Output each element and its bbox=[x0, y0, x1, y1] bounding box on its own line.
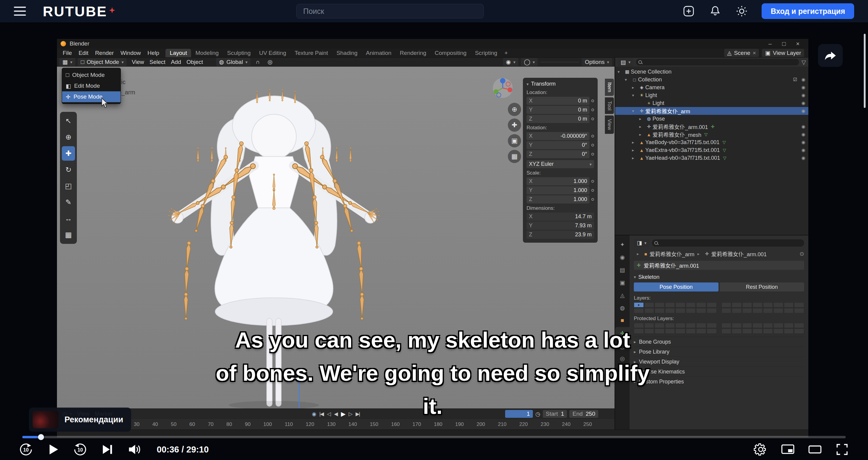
mini-player-icon[interactable] bbox=[780, 441, 796, 457]
menu-item[interactable]: Render bbox=[92, 50, 117, 56]
notifications-bell-icon[interactable] bbox=[709, 4, 722, 18]
visibility-eye-icon[interactable]: ◉ bbox=[801, 93, 805, 98]
workspace-tab[interactable]: Texture Paint bbox=[290, 49, 332, 57]
outliner-search[interactable] bbox=[636, 59, 799, 65]
outliner-row[interactable]: Camera ☑ ◉ bbox=[615, 84, 808, 91]
forward-10-button[interactable]: 10 bbox=[72, 441, 88, 457]
properties-tab[interactable] bbox=[615, 264, 629, 276]
tool-button[interactable] bbox=[62, 114, 75, 128]
layer-toggle-cell[interactable] bbox=[686, 302, 696, 307]
proportional-edit-icon[interactable]: ◎ bbox=[265, 59, 276, 65]
editor-type-button[interactable]: ▦▾ bbox=[59, 58, 75, 66]
outliner-row[interactable]: 爱莉希雅女仆_arm ☑ ◉ bbox=[615, 107, 808, 115]
login-button[interactable]: Вход и регистрация bbox=[762, 3, 854, 19]
expand-arrow-icon[interactable] bbox=[625, 77, 631, 82]
rewind-10-button[interactable]: 10 bbox=[18, 441, 34, 457]
fullscreen-icon[interactable] bbox=[834, 441, 850, 457]
value-field[interactable]: Z23.9 m bbox=[527, 231, 594, 239]
layer-toggle-cell[interactable] bbox=[784, 329, 794, 334]
properties-tab[interactable] bbox=[615, 314, 629, 327]
layer-toggle-cell[interactable] bbox=[675, 308, 685, 313]
theater-mode-icon[interactable] bbox=[807, 441, 823, 457]
layer-toggle-cell[interactable] bbox=[752, 323, 763, 328]
scene-selector[interactable]: ◬ Scene × bbox=[724, 49, 759, 57]
transport-button[interactable] bbox=[349, 411, 352, 417]
collapsed-section-header[interactable]: Pose Library bbox=[634, 347, 804, 357]
visibility-eye-icon[interactable]: ◉ bbox=[801, 108, 805, 114]
layer-toggle-cell[interactable] bbox=[634, 302, 644, 307]
layer-group[interactable] bbox=[721, 302, 804, 313]
layer-toggle-cell[interactable] bbox=[655, 308, 664, 313]
viewport-menu-item[interactable]: Object bbox=[184, 59, 206, 65]
layer-toggle-cell[interactable] bbox=[665, 323, 675, 328]
tool-button[interactable] bbox=[62, 227, 75, 242]
recommendations-button[interactable]: Рекомендации bbox=[29, 407, 131, 432]
search-input[interactable] bbox=[303, 7, 477, 16]
layer-toggle-cell[interactable] bbox=[732, 308, 742, 313]
visibility-eye-icon[interactable]: ◉ bbox=[801, 77, 805, 82]
viewport-nav-button[interactable] bbox=[508, 103, 521, 116]
layer-toggle-cell[interactable] bbox=[763, 308, 773, 313]
outliner-row[interactable]: Pose ☑ ◉ bbox=[615, 115, 808, 123]
visibility-eye-icon[interactable]: ◉ bbox=[801, 147, 805, 153]
layer-toggle-cell[interactable] bbox=[742, 329, 752, 334]
layer-toggle-cell[interactable] bbox=[696, 323, 706, 328]
outliner-row[interactable]: Collection ☑ ◉ bbox=[615, 76, 808, 84]
outliner-editor-type-button[interactable]: ▤▾ bbox=[618, 58, 633, 66]
add-workspace-button[interactable]: + bbox=[501, 50, 511, 56]
expand-arrow-icon[interactable] bbox=[632, 140, 638, 145]
pose-position-button[interactable]: Pose Position bbox=[634, 282, 718, 292]
workspace-tab[interactable]: Animation bbox=[362, 49, 396, 57]
skeleton-section-header[interactable]: Skeleton bbox=[634, 272, 804, 282]
properties-tab[interactable] bbox=[615, 302, 629, 314]
expand-arrow-icon[interactable] bbox=[639, 132, 645, 137]
expand-arrow-icon[interactable] bbox=[639, 116, 645, 121]
outliner-row[interactable]: Light ☑ ◉ bbox=[615, 91, 808, 99]
value-field[interactable]: X14.7 m bbox=[527, 213, 594, 221]
layer-toggle-cell[interactable] bbox=[707, 329, 717, 334]
layer-toggle-cell[interactable] bbox=[644, 302, 654, 307]
collection-checkbox[interactable]: ☑ bbox=[793, 77, 797, 82]
mode-menu-item[interactable]: Edit Mode bbox=[62, 81, 121, 91]
menu-item[interactable]: Edit bbox=[75, 50, 92, 56]
layer-toggle-cell[interactable] bbox=[721, 329, 732, 334]
show-overlays-dropdown[interactable]: ◉▾ bbox=[503, 58, 519, 66]
layer-toggle-cell[interactable] bbox=[665, 308, 675, 313]
layer-toggle-cell[interactable] bbox=[707, 308, 717, 313]
layer-toggle-cell[interactable] bbox=[696, 302, 706, 307]
layer-toggle-cell[interactable] bbox=[742, 323, 752, 328]
animate-dot-icon[interactable] bbox=[591, 99, 594, 102]
next-video-button[interactable] bbox=[99, 441, 115, 457]
n-panel-tab[interactable]: Item bbox=[605, 79, 614, 96]
workspace-tab[interactable]: Shading bbox=[332, 49, 362, 57]
layer-toggle-cell[interactable] bbox=[784, 308, 794, 313]
layer-toggle-cell[interactable] bbox=[696, 308, 706, 313]
visibility-eye-icon[interactable]: ◉ bbox=[801, 140, 805, 145]
transport-button[interactable] bbox=[312, 411, 316, 417]
viewport-menu-item[interactable]: Add bbox=[168, 59, 184, 65]
animate-dot-icon[interactable] bbox=[591, 118, 594, 120]
layer-toggle-cell[interactable] bbox=[721, 323, 732, 328]
tool-button[interactable] bbox=[62, 162, 75, 177]
layer-group[interactable] bbox=[721, 323, 804, 334]
layer-toggle-cell[interactable] bbox=[675, 329, 685, 334]
outliner-row[interactable]: YaeHead-vb0=3a7f71f5.txt.001 ☑ ◉ bbox=[615, 154, 808, 162]
n-panel-tab[interactable]: View bbox=[605, 116, 614, 134]
collapsed-section-header[interactable]: Custom Properties bbox=[634, 376, 804, 387]
layer-toggle-cell[interactable] bbox=[773, 323, 783, 328]
properties-editor-type-button[interactable]: ◨▾ bbox=[634, 239, 650, 247]
visibility-eye-icon[interactable]: ◉ bbox=[801, 155, 805, 161]
layer-group[interactable] bbox=[634, 302, 717, 313]
viewport-menu-item[interactable]: Select bbox=[147, 59, 168, 65]
start-frame-field[interactable]: Start 1 bbox=[543, 410, 567, 418]
visibility-eye-icon[interactable]: ◉ bbox=[801, 85, 805, 90]
expand-arrow-icon[interactable] bbox=[618, 69, 624, 74]
tool-button[interactable] bbox=[62, 146, 75, 161]
rotation-mode-dropdown[interactable]: XYZ Euler▾ bbox=[527, 160, 594, 168]
visibility-eye-icon[interactable]: ◉ bbox=[801, 100, 805, 106]
unlink-icon[interactable]: × bbox=[752, 50, 756, 56]
layer-toggle-cell[interactable] bbox=[763, 323, 773, 328]
breadcrumb-item[interactable]: 爱莉希雅女仆_arm bbox=[634, 250, 694, 258]
window-control-icon[interactable] bbox=[763, 40, 777, 47]
animate-dot-icon[interactable] bbox=[591, 189, 594, 192]
